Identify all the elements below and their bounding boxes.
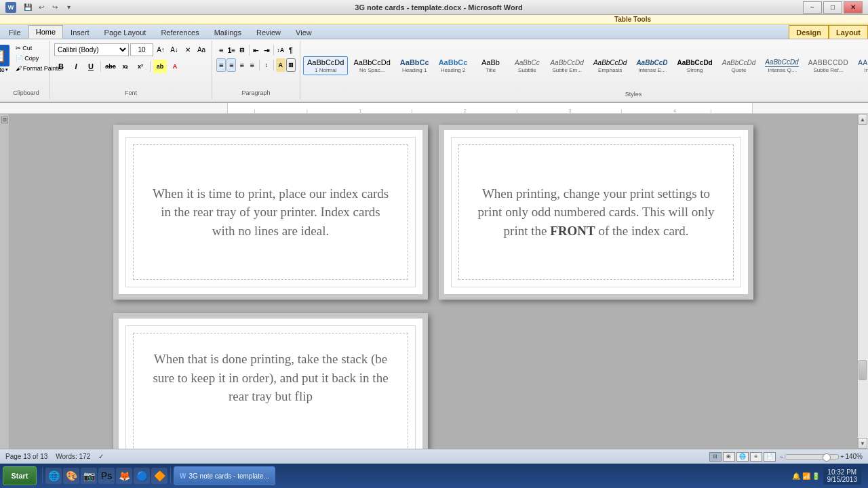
view-buttons: ⊡ ⊞ 🌐 ≡ 📄 (709, 452, 776, 462)
zoom-control[interactable]: − + 140% (780, 453, 863, 460)
style-heading2[interactable]: AaBbCc Heading 2 (435, 56, 472, 75)
justify-button[interactable]: ≡ (248, 58, 257, 72)
taskbar-ff-icon[interactable]: 🦊 (116, 468, 132, 484)
taskbar-word-button[interactable]: W 3G note cards - template... (174, 466, 275, 485)
status-bar: Page 13 of 13 Words: 172 ✓ ⊡ ⊞ 🌐 ≡ 📄 − +… (0, 449, 868, 464)
style-no-spacing[interactable]: AaBbCcDd No Spac... (349, 56, 394, 75)
border-button[interactable]: ⊞ (286, 58, 296, 72)
close-button[interactable]: ✕ (844, 1, 863, 14)
tab-references[interactable]: References (153, 25, 206, 39)
minimize-button[interactable]: − (803, 1, 822, 14)
show-hide-button[interactable]: ¶ (286, 43, 296, 57)
vertical-scrollbar[interactable]: ▲ ▼ (857, 114, 868, 449)
style-intense-em[interactable]: AaBbCcD Intense E... (632, 57, 671, 75)
page-row-2: When that is done printing, take the sta… (108, 309, 759, 449)
taskbar-ps2-icon[interactable]: Ps (98, 468, 115, 484)
multilevel-list-button[interactable]: ⊟ (237, 43, 246, 57)
tab-file[interactable]: File (1, 25, 28, 39)
superscript-button[interactable]: x² (134, 60, 147, 73)
font-section-label: Font (54, 88, 208, 96)
style-subtle-ref[interactable]: AaBbCcDd Subtle Ref... (804, 57, 853, 75)
font-clear-button[interactable]: ✕ (182, 44, 194, 56)
paragraph-section-label: Paragraph (216, 88, 296, 96)
tab-home[interactable]: Home (28, 25, 63, 39)
draft-view-btn[interactable]: 📄 (764, 452, 776, 462)
maximize-button[interactable]: □ (823, 1, 842, 14)
style-title[interactable]: AaBb Title (473, 56, 508, 75)
quick-redo-btn[interactable]: ↪ (49, 1, 61, 14)
decrease-indent-button[interactable]: ⇤ (251, 43, 260, 57)
taskbar-vlc-icon[interactable]: 🔶 (151, 468, 167, 484)
font-grow-button[interactable]: A↑ (155, 44, 167, 56)
increase-indent-button[interactable]: ⇥ (262, 43, 271, 57)
line-spacing-button[interactable]: ↕ (262, 58, 271, 72)
taskbar-ie-icon[interactable]: 🌐 (45, 468, 62, 484)
taskbar-chrome-icon[interactable]: 🔵 (134, 468, 150, 484)
taskbar-lr-icon[interactable]: 📷 (81, 468, 97, 484)
clipboard-section: 📋 Paste ▾ ✂ Cut 📄 Copy 🖌 Format Painter … (3, 41, 50, 99)
print-layout-view-btn[interactable]: ⊡ (709, 452, 722, 462)
tab-mailings[interactable]: Mailings (207, 25, 249, 39)
style-intense-r[interactable]: AaBbCcDd Intense R... (854, 57, 868, 75)
strikethrough-button[interactable]: abc (104, 60, 117, 73)
index-card-2[interactable]: When printing, change your print setting… (451, 137, 741, 287)
change-case-button[interactable]: Aa (195, 44, 208, 56)
scroll-thumb[interactable] (859, 360, 867, 380)
zoom-in-icon[interactable]: + (840, 453, 844, 460)
selection-tool[interactable]: ⊡ (1, 117, 8, 123)
shading-button[interactable]: A (276, 58, 285, 72)
font-name-select[interactable]: Calibri (Body) (54, 43, 129, 56)
zoom-slider[interactable] (785, 454, 839, 460)
tab-page-layout[interactable]: Page Layout (97, 25, 154, 39)
italic-button[interactable]: I (69, 60, 83, 73)
full-screen-view-btn[interactable]: ⊞ (723, 452, 735, 462)
underline-button[interactable]: U (84, 60, 98, 73)
zoom-out-icon[interactable]: − (780, 453, 783, 460)
align-center-button[interactable]: ≡ (226, 58, 236, 72)
align-left-button[interactable]: ≡ (216, 58, 226, 72)
bullets-button[interactable]: ≡ (216, 43, 226, 57)
quick-save-btn[interactable]: 💾 (22, 1, 34, 14)
tab-review[interactable]: Review (249, 25, 288, 39)
outline-view-btn[interactable]: ≡ (750, 452, 762, 462)
taskbar-ps-icon[interactable]: 🎨 (63, 468, 79, 484)
paste-button[interactable]: 📋 Paste ▾ (0, 43, 11, 75)
style-strong[interactable]: AaBbCcDd Strong (673, 57, 717, 75)
style-normal[interactable]: AaBbCcDd 1 Normal (303, 56, 348, 75)
scroll-up-button[interactable]: ▲ (858, 114, 867, 125)
document-area: ⊡ When it is time to print, place our in… (0, 114, 868, 449)
text-highlight-button[interactable]: ab (153, 60, 167, 73)
pages-scroll-area[interactable]: When it is time to print, place our inde… (9, 114, 857, 449)
web-layout-view-btn[interactable]: 🌐 (736, 452, 749, 462)
index-card-1[interactable]: When it is time to print, place our inde… (125, 137, 416, 287)
quick-more-btn[interactable]: ▾ (62, 1, 75, 14)
scroll-down-button[interactable]: ▼ (858, 438, 867, 449)
tab-layout[interactable]: Layout (829, 25, 868, 39)
styles-gallery: AaBbCcDd 1 Normal AaBbCcDd No Spac... Aa… (303, 42, 868, 89)
font-shrink-button[interactable]: A↓ (168, 44, 180, 56)
sort-button[interactable]: ↕A (276, 43, 285, 57)
spell-check-icon[interactable]: ✓ (98, 453, 104, 460)
zoom-thumb[interactable] (823, 453, 831, 462)
style-emphasis[interactable]: AaBbCcDd Emphasis (589, 57, 631, 75)
subscript-button[interactable]: x₂ (119, 60, 132, 73)
tab-design[interactable]: Design (789, 25, 829, 39)
style-heading1[interactable]: AaBbCc Heading 1 (396, 56, 433, 75)
paste-dropdown-icon[interactable]: ▾ (5, 67, 8, 73)
bold-button[interactable]: B (54, 60, 68, 73)
tab-view[interactable]: View (288, 25, 319, 39)
page-right-2-empty (433, 309, 759, 449)
style-quote[interactable]: AaBbCcDd Quote (718, 57, 760, 75)
style-subtle-em[interactable]: AaBbCcDd Subtle Em... (546, 57, 587, 75)
ribbon: 📋 Paste ▾ ✂ Cut 📄 Copy 🖌 Format Painter … (0, 39, 868, 103)
start-button[interactable]: Start (3, 466, 37, 485)
tab-insert[interactable]: Insert (63, 25, 97, 39)
align-right-button[interactable]: ≡ (237, 58, 246, 72)
style-subtitle[interactable]: AaBbCc Subtitle (509, 57, 545, 75)
font-size-input[interactable] (130, 43, 153, 56)
style-intense-q[interactable]: AaBbCcDd Intense Q... (761, 56, 802, 75)
numbering-button[interactable]: 1≡ (226, 43, 236, 57)
font-color-button[interactable]: A (168, 60, 182, 73)
quick-undo-btn[interactable]: ↩ (35, 1, 47, 14)
index-card-3[interactable]: When that is done printing, take the sta… (125, 325, 416, 449)
